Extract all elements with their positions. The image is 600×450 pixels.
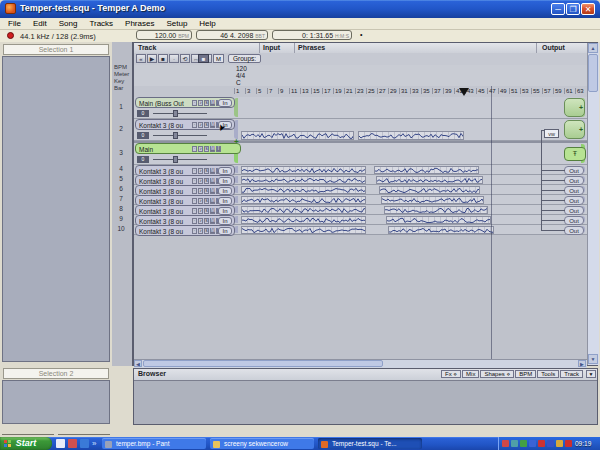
output-out-button[interactable]: Out [564, 196, 584, 205]
track-mini-button-·[interactable]: · [192, 228, 197, 234]
ruler-bar-57[interactable]: 57 [542, 88, 553, 94]
quicklaunch-icon-1[interactable] [68, 439, 77, 448]
scroll-left-icon[interactable]: ◀ [134, 360, 142, 367]
ruler-bar-3[interactable]: 3 [245, 88, 256, 94]
phrase-clip[interactable] [241, 166, 366, 174]
phrase-clip[interactable] [379, 186, 480, 194]
transport-button-3[interactable]: · [169, 54, 179, 63]
output-instrument-button[interactable]: Ŧ [564, 147, 586, 161]
track-mini-button-M[interactable]: M [210, 168, 215, 174]
fader-value-box[interactable]: 0 [137, 110, 149, 117]
menu-tracks[interactable]: Tracks [83, 18, 119, 29]
ruler-bar-33[interactable]: 33 [410, 88, 421, 94]
track-mini-button-·[interactable]: · [192, 100, 197, 106]
fader-thumb[interactable] [173, 132, 178, 139]
track-mini-button-·[interactable]: · [192, 198, 197, 204]
track-mini-button-♪[interactable]: ♪ [198, 122, 203, 128]
track-lane-8[interactable]: Kontakt 3 (8 ou·♪sMIInOut [134, 205, 587, 215]
ruler-bar-49[interactable]: 49 [498, 88, 509, 94]
browser-tab-fx[interactable]: Fx ⋄ [441, 370, 461, 378]
track-mini-button-♪[interactable]: ♪ [198, 146, 203, 152]
phrase-clip[interactable] [374, 166, 479, 174]
quicklaunch-more-icon[interactable]: » [92, 439, 96, 448]
track-mini-button-·[interactable]: · [192, 146, 197, 152]
track-mini-button-s[interactable]: s [204, 122, 209, 128]
transport-button-1[interactable]: ▶ [147, 54, 157, 63]
phrase-clip[interactable] [384, 206, 488, 214]
track-mini-button-s[interactable]: s [204, 178, 209, 184]
task-button-2[interactable]: Temper-test.squ - Te... [318, 438, 422, 449]
position-display[interactable]: 46 4. 2098 BBT [196, 30, 268, 40]
track-input-button[interactable]: In [218, 217, 232, 225]
output-out-button[interactable]: Out [564, 166, 584, 175]
tray-icon-3[interactable] [529, 440, 536, 447]
output-out-button[interactable]: Out [564, 206, 584, 215]
phrase-clip[interactable] [241, 186, 366, 194]
browser-tab-shapes[interactable]: Shapes ⋄ [480, 370, 514, 378]
track-lane-7[interactable]: Kontakt 3 (8 ou·♪sMIInOut [134, 195, 587, 205]
ruler-bar-19[interactable]: 19 [333, 88, 344, 94]
track-mini-button-M[interactable]: M [210, 208, 215, 214]
ruler-bar-31[interactable]: 31 [399, 88, 410, 94]
track-lane-2[interactable]: Kontakt 3 (8 ou·♪sMIIn0+vw [134, 119, 587, 141]
phrase-clip[interactable] [241, 196, 366, 204]
menu-setup[interactable]: Setup [160, 18, 193, 29]
fader-thumb[interactable] [173, 156, 178, 163]
ruler-bar-17[interactable]: 17 [322, 88, 333, 94]
track-mini-button-♪[interactable]: ♪ [198, 228, 203, 234]
tray-icon-0[interactable] [502, 440, 509, 447]
record-indicator-icon[interactable] [7, 32, 14, 39]
menu-help[interactable]: Help [193, 18, 221, 29]
playhead-marker[interactable] [459, 88, 469, 96]
track-mini-button-♪[interactable]: ♪ [198, 218, 203, 224]
track-mini-button-·[interactable]: · [192, 122, 197, 128]
tray-icon-7[interactable] [565, 440, 572, 447]
quicklaunch-icon-2[interactable] [80, 439, 89, 448]
track-mini-button-s[interactable]: s [204, 188, 209, 194]
track-mini-button-s[interactable]: s [204, 208, 209, 214]
plugin-box[interactable]: vw [544, 129, 559, 138]
phrase-clip[interactable] [388, 226, 494, 234]
output-bus-box[interactable]: + [564, 98, 585, 117]
ruler-bar-59[interactable]: 59 [553, 88, 564, 94]
track-mini-button-M[interactable]: M [210, 122, 215, 128]
track-mini-button-M[interactable]: M [210, 218, 215, 224]
quicklaunch-icon-0[interactable] [56, 439, 65, 448]
ruler-bar-39[interactable]: 39 [443, 88, 454, 94]
minimize-button[interactable]: ─ [551, 3, 565, 15]
ruler-bar-51[interactable]: 51 [509, 88, 520, 94]
browser-tab-mix[interactable]: Mix [462, 370, 479, 378]
vertical-scroll-thumb[interactable] [588, 54, 598, 92]
output-plus-icon[interactable]: + [579, 126, 583, 133]
ruler-bar-21[interactable]: 21 [344, 88, 355, 94]
zoom-slider-right[interactable] [58, 430, 110, 435]
phrase-clip[interactable] [381, 196, 484, 204]
ruler-bar-15[interactable]: 15 [311, 88, 322, 94]
browser-collapse-button[interactable]: ▼ [586, 370, 596, 378]
track-lane-10[interactable]: Kontakt 3 (8 ou·♪sMIInOut [134, 225, 587, 235]
track-mini-button-·[interactable]: · [192, 168, 197, 174]
track-input-button[interactable]: In [218, 167, 232, 175]
transport-button-2[interactable]: ■ [158, 54, 168, 63]
ruler-bar-35[interactable]: 35 [421, 88, 432, 94]
track-lane-1[interactable]: Main (Buss Out·♪sMIIn0+ [134, 97, 587, 119]
ruler-bar-23[interactable]: 23 [355, 88, 366, 94]
ruler-bar-63[interactable]: 63 [575, 88, 586, 94]
menu-file[interactable]: File [2, 18, 27, 29]
menu-song[interactable]: Song [53, 18, 84, 29]
groups-button[interactable]: Groups: [228, 54, 261, 63]
selection2-panel[interactable] [2, 380, 110, 424]
track-pill-3[interactable]: Main·♪sMI [135, 143, 241, 154]
fader-thumb[interactable] [173, 110, 178, 117]
horizontal-scroll-thumb[interactable] [143, 360, 383, 367]
close-button[interactable]: ✕ [581, 3, 595, 15]
track-lane-3[interactable]: Main·♪sMI0Ŧ [134, 143, 587, 165]
track-mini-button-M[interactable]: M [210, 100, 215, 106]
ruler-bar-7[interactable]: 7 [267, 88, 278, 94]
time-display[interactable]: 0: 1:31.65 H:M:S [272, 30, 352, 40]
vertical-scrollbar[interactable]: ▲ ▼ [587, 43, 599, 365]
track-mini-button-s[interactable]: s [204, 218, 209, 224]
track-mini-button-♪[interactable]: ♪ [198, 168, 203, 174]
phrase-clip[interactable] [241, 131, 354, 140]
phrase-clip[interactable] [241, 216, 366, 224]
